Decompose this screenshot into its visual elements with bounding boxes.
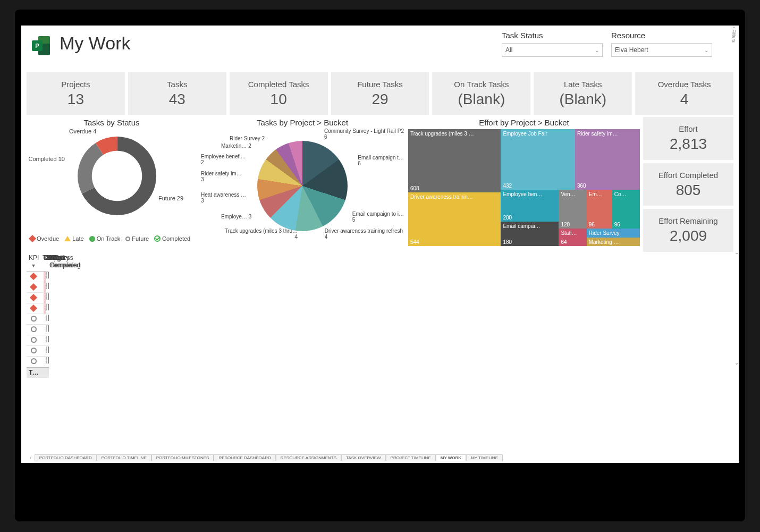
filter-task-status-select[interactable]: All ⌄ [502, 43, 603, 57]
chart-effort-treemap[interactable]: Effort by Project > Bucket Track upgrade… [408, 117, 640, 252]
filters-collapse-label[interactable]: ‹ Filters [731, 27, 737, 43]
report-tab[interactable]: PROJECT TIMELINE [386, 454, 436, 461]
kpi-status-icon [30, 283, 37, 290]
table-row[interactable]: Determine LRT requirements Survey Focus … [27, 314, 49, 325]
table-header-row[interactable]: KPI▼ Task Category Project Link Start Fi… [27, 252, 49, 272]
effort-card[interactable]: Effort Completed805 [643, 163, 733, 206]
kpi-card[interactable]: Tasks43 [128, 72, 226, 115]
effort-card[interactable]: Effort Remaining2,009 [643, 209, 733, 252]
chart-title: Tasks by Project > Bucket [200, 117, 405, 128]
table-row[interactable]: Update survey Run Survey Community Surve… [27, 346, 49, 357]
report-tab[interactable]: PORTFOLIO TIMELINE [97, 454, 151, 461]
table-row[interactable]: Target audience profile Email prepara… E… [27, 272, 49, 282]
pie-chart [257, 141, 348, 231]
report-tabs: ‹ PORTFOLIO DASHBOARDPORTFOLIO TIMELINEP… [27, 453, 733, 462]
kpi-status-icon [31, 358, 37, 364]
kpi-card[interactable]: Projects13 [27, 72, 125, 115]
kpi-status-icon [31, 348, 37, 353]
filter-resource-select[interactable]: Elva Hebert ⌄ [611, 43, 712, 57]
report-tab[interactable]: PORTFOLIO MILESTONES [151, 454, 214, 461]
scroll-up-icon[interactable]: ⌃ [734, 252, 739, 258]
table-row[interactable]: Review prior survey results To-do Rider … [27, 293, 49, 303]
chart-title: Effort by Project > Bucket [408, 117, 640, 128]
filter-resource-label: Resource [611, 31, 712, 40]
treemap: Track upgrades (miles 3 …608 Driver awar… [408, 129, 640, 246]
chart-title: Tasks by Status [27, 117, 197, 128]
report-tab[interactable]: TASK OVERVIEW [341, 454, 386, 461]
effort-card[interactable]: Effort2,813 [643, 117, 733, 160]
kpi-card[interactable]: Late Tasks(Blank) [534, 72, 632, 115]
effort-cards: Effort2,813Effort Completed805Effort Rem… [643, 117, 733, 252]
kpi-row: Projects13Tasks43Completed Tasks10Future… [21, 72, 739, 115]
kpi-status-icon [31, 316, 37, 322]
tab-nav-left[interactable]: ‹ [27, 455, 35, 460]
kpi-status-icon [30, 304, 37, 311]
task-table[interactable]: ⌃ ⌄ KPI▼ Task Category Project Link Star… [21, 252, 739, 377]
donut-label-future: Future 29 [158, 195, 183, 201]
kpi-status-icon [31, 337, 37, 343]
table-footer-row: Total 2,813 805 2,009 [27, 368, 49, 378]
project-icon: P [32, 40, 43, 51]
kpi-card[interactable]: Future Tasks29 [331, 72, 429, 115]
table-row[interactable]: Create survey questionss Survey conte… R… [27, 303, 49, 314]
report-tab[interactable]: MY TIMELINE [466, 454, 503, 461]
header: P My Work Task Status All ⌄ Resource Elv… [21, 26, 739, 72]
table-row[interactable]: Run numerical analysis Analyze results C… [27, 357, 49, 367]
report-tab[interactable]: RESOURCE DASHBOARD [214, 454, 275, 461]
kpi-card[interactable]: Completed Tasks10 [230, 72, 328, 115]
table-row[interactable]: Determine safety requirements Survey Foc… [27, 325, 49, 335]
app-logo: P [32, 36, 52, 56]
kpi-status-icon [31, 326, 37, 332]
table-row[interactable]: Determine delivery method Survey Prepar…… [27, 335, 49, 346]
chevron-down-icon: ⌄ [704, 47, 708, 53]
kpi-card[interactable]: On Track Tasks(Blank) [432, 72, 530, 115]
report-tab[interactable]: RESOURCE ASSIGNMENTS [276, 454, 341, 461]
chart-tasks-by-status[interactable]: Tasks by Status Overdue 4 Completed 10 F… [27, 117, 197, 252]
kpi-status-icon [30, 272, 37, 280]
chevron-down-icon: ⌄ [595, 47, 599, 53]
report-tab[interactable]: PORTFOLIO DASHBOARD [35, 454, 97, 461]
kpi-card[interactable]: Overdue Tasks4 [635, 72, 733, 115]
kpi-status-icon [30, 293, 37, 301]
donut-label-overdue: Overdue 4 [69, 128, 96, 134]
scroll-down-icon[interactable]: ⌄ [734, 360, 739, 366]
page-title: My Work [60, 33, 130, 54]
table-row[interactable]: Final approval of email message To-do Em… [27, 282, 49, 293]
donut-chart [74, 133, 159, 218]
svg-point-3 [85, 143, 149, 208]
chart-legend: Overdue Late On Track Future Completed [27, 234, 197, 242]
donut-label-completed: Completed 10 [28, 156, 65, 162]
report-tab[interactable]: MY WORK [436, 454, 466, 461]
filter-task-status-label: Task Status [502, 31, 603, 40]
chart-tasks-by-project[interactable]: Tasks by Project > Bucket Community Surv… [200, 117, 405, 252]
